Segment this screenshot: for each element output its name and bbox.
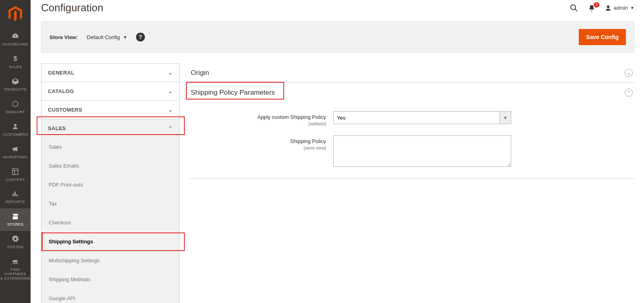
caret-down-icon: ▼	[630, 6, 634, 10]
section-origin-title: Origin	[191, 69, 209, 77]
sidenav-stores[interactable]: STORES	[0, 208, 31, 231]
config-group-general-label: GENERAL	[48, 70, 74, 76]
store-view-help[interactable]: ?	[136, 33, 145, 42]
section-origin-toggle[interactable]: Origin ⌄	[190, 63, 634, 83]
config-group-customers[interactable]: CUSTOMERS ⌄	[41, 101, 179, 119]
collapse-icon: ⌃	[625, 89, 633, 97]
apply-custom-policy-scope: [website]	[190, 121, 326, 127]
expand-icon: ⌄	[625, 69, 633, 77]
sidenav-dashboard[interactable]: DASHBOARD	[0, 28, 31, 51]
admin-name: admin	[614, 5, 628, 11]
sidenav-partners-label: FIND PARTNERS & EXTENSIONS	[0, 268, 31, 281]
page-title: Configuration	[41, 2, 103, 14]
config-item-sales-emails[interactable]: Sales Emails	[41, 156, 179, 175]
sidenav-customers-label: CUSTOMERS	[2, 133, 28, 137]
sidenav-content-label: CONTENT	[6, 178, 25, 182]
config-item-shipping-methods[interactable]: Shipping Methods	[41, 270, 179, 289]
store-view-value: Default Config	[87, 34, 120, 40]
chevron-down-icon: ⌄	[168, 70, 173, 76]
bar-chart-icon	[11, 189, 20, 198]
search-button[interactable]	[570, 4, 578, 12]
box-icon	[11, 77, 20, 86]
config-group-sales[interactable]: SALES ⌃	[41, 119, 179, 137]
config-group-catalog[interactable]: CATALOG ⌄	[41, 82, 179, 100]
admin-sidenav: DASHBOARD $ SALES PRODUCTS SIMICART CUST…	[0, 0, 31, 303]
sidenav-reports-label: REPORTS	[6, 200, 25, 204]
sidenav-sales-label: SALES	[9, 65, 22, 69]
store-view-label: Store View:	[50, 34, 78, 40]
store-view-select[interactable]: Default Config ▼	[87, 34, 127, 40]
sidenav-partners[interactable]: FIND PARTNERS & EXTENSIONS	[0, 253, 31, 285]
store-icon	[11, 212, 20, 221]
chevron-up-icon: ⌃	[168, 125, 173, 131]
config-item-checkout[interactable]: Checkout	[41, 213, 179, 232]
shipping-policy-textarea[interactable]	[333, 135, 511, 167]
sidenav-content[interactable]: CONTENT	[0, 164, 31, 186]
sidenav-customers[interactable]: CUSTOMERS	[0, 118, 31, 141]
magento-logo-icon	[8, 6, 22, 22]
person-icon	[11, 122, 20, 131]
dollar-icon: $	[11, 54, 20, 63]
config-group-general[interactable]: GENERAL ⌄	[41, 64, 179, 82]
svg-point-1	[571, 5, 576, 10]
config-group-catalog-label: CATALOG	[48, 88, 74, 94]
sidenav-products[interactable]: PRODUCTS	[0, 73, 31, 96]
admin-account-menu[interactable]: admin ▼	[605, 5, 634, 11]
svg-text:$: $	[13, 55, 17, 62]
section-shipping-policy-toggle[interactable]: Shipping Policy Parameters ⌃	[190, 83, 634, 102]
sidenav-simicart[interactable]: SIMICART	[0, 96, 31, 118]
apply-custom-policy-label: Apply custom Shipping Policy	[257, 114, 326, 120]
sidenav-simicart-label: SIMICART	[6, 110, 25, 114]
config-item-pdf-printouts[interactable]: PDF Print-outs	[41, 175, 179, 194]
chevron-down-icon: ⌄	[168, 107, 173, 113]
magento-logo[interactable]	[8, 6, 23, 23]
apply-custom-policy-select[interactable]: Yes	[333, 111, 500, 124]
sidenav-stores-label: STORES	[7, 222, 24, 227]
gear-icon	[11, 235, 20, 243]
caret-down-icon: ▼	[500, 111, 511, 124]
notifications-button[interactable]: 2	[587, 4, 596, 12]
notifications-badge: 2	[594, 2, 599, 8]
sidenav-marketing[interactable]: MARKETING	[0, 141, 31, 164]
config-group-customers-label: CUSTOMERS	[48, 107, 83, 113]
config-content: Origin ⌄ Shipping Policy Parameters ⌃ Ap…	[190, 63, 634, 179]
save-config-button[interactable]: Save Config	[579, 29, 626, 45]
hexagon-icon	[11, 100, 20, 108]
question-icon: ?	[139, 34, 142, 40]
sidenav-products-label: PRODUCTS	[4, 87, 27, 92]
config-group-sales-label: SALES	[48, 125, 66, 131]
sidenav-system-label: SYSTEM	[7, 245, 24, 249]
config-item-shipping-settings[interactable]: Shipping Settings	[41, 232, 179, 251]
user-icon	[605, 5, 611, 11]
config-sales-subitems: Sales Sales Emails PDF Print-outs Tax Ch…	[41, 137, 179, 303]
partners-icon	[11, 257, 20, 266]
search-icon	[570, 4, 578, 12]
shipping-policy-label: Shipping Policy	[290, 138, 326, 144]
config-item-sales[interactable]: Sales	[41, 137, 179, 156]
store-view-bar: Store View: Default Config ▼ ? Save Conf…	[41, 21, 634, 53]
gauge-icon	[11, 32, 20, 41]
config-nav: GENERAL ⌄ CATALOG ⌄ CUSTOMERS ⌄	[41, 63, 180, 303]
sidenav-dashboard-label: DASHBOARD	[3, 42, 28, 47]
caret-down-icon: ▼	[123, 35, 127, 39]
chevron-down-icon: ⌄	[168, 88, 173, 94]
sidenav-reports[interactable]: REPORTS	[0, 186, 31, 208]
sidenav-marketing-label: MARKETING	[3, 155, 27, 160]
megaphone-icon	[11, 145, 20, 154]
section-shipping-policy-title: Shipping Policy Parameters	[191, 89, 275, 97]
config-item-multishipping[interactable]: Multishipping Settings	[41, 251, 179, 270]
svg-line-2	[575, 9, 577, 11]
shipping-policy-scope: [store view]	[190, 145, 326, 151]
sidenav-system[interactable]: SYSTEM	[0, 231, 31, 253]
sidenav-sales[interactable]: $ SALES	[0, 51, 31, 73]
layout-icon	[11, 167, 20, 176]
config-item-tax[interactable]: Tax	[41, 194, 179, 213]
config-item-google-api[interactable]: Google API	[41, 289, 179, 303]
